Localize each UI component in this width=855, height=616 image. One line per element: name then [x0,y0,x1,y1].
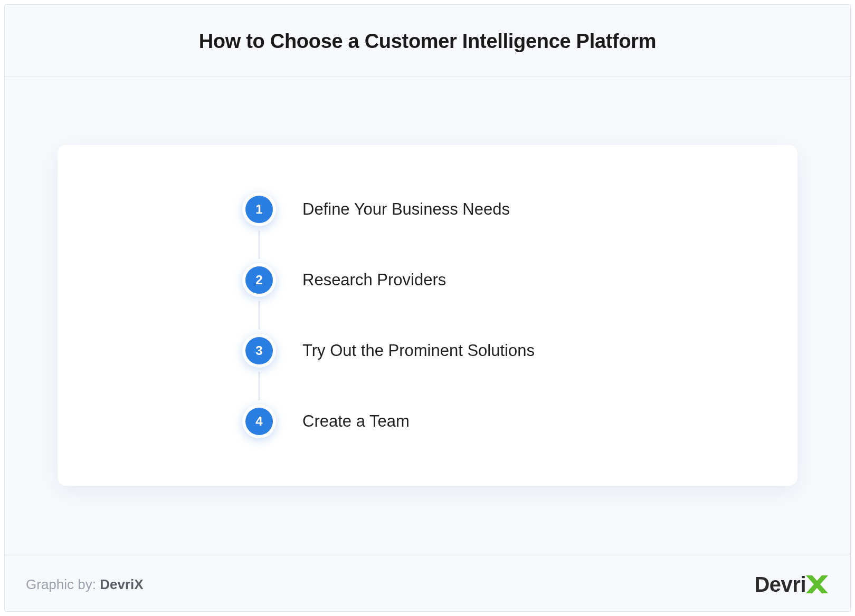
steps-card: 1 Define Your Business Needs 2 Research … [58,145,797,486]
step-item: 4 Create a Team [242,405,535,438]
footer: Graphic by: DevriX Devri [5,554,850,611]
step-number: 1 [245,196,273,223]
credit-brand: DevriX [100,576,143,592]
step-badge: 2 [242,263,276,297]
step-number: 2 [245,266,273,294]
credit-prefix: Graphic by: [26,576,100,592]
header: How to Choose a Customer Intelligence Pl… [5,5,850,76]
step-badge: 1 [242,192,276,226]
logo-x-icon [805,572,829,596]
step-badge: 4 [242,405,276,438]
step-label: Research Providers [302,271,446,290]
step-badge: 3 [242,334,276,368]
step-number: 3 [245,337,273,364]
step-item: 1 Define Your Business Needs [242,192,535,263]
step-label: Define Your Business Needs [302,200,510,219]
step-number: 4 [245,408,273,435]
step-label: Create a Team [302,412,410,431]
logo-text: Devri [754,573,806,596]
infographic-container: How to Choose a Customer Intelligence Pl… [4,4,851,612]
credit-line: Graphic by: DevriX [26,576,144,593]
content-area: 1 Define Your Business Needs 2 Research … [5,76,850,554]
step-label: Try Out the Prominent Solutions [302,341,535,360]
steps-wrap: 1 Define Your Business Needs 2 Research … [242,192,535,438]
brand-logo: Devri [754,572,829,596]
step-item: 3 Try Out the Prominent Solutions [242,334,535,405]
step-item: 2 Research Providers [242,263,535,334]
page-title: How to Choose a Customer Intelligence Pl… [15,30,840,53]
steps-list: 1 Define Your Business Needs 2 Research … [242,192,535,438]
